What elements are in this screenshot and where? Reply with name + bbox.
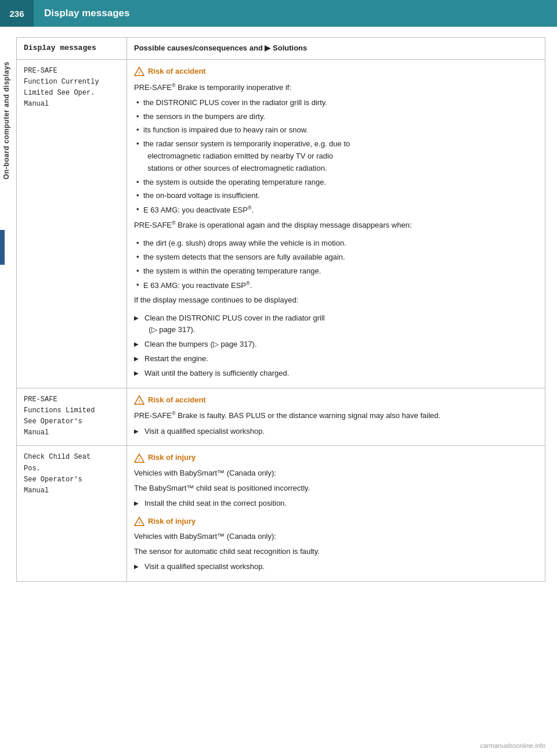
list-item: Clean the DISTRONIC PLUS cover in the ra… bbox=[134, 312, 538, 337]
injury-triangle-icon-2: ! bbox=[134, 516, 144, 527]
injury-2-intro: Vehicles with BabySmart™ (Canada only): bbox=[134, 531, 538, 543]
svg-text:!: ! bbox=[139, 457, 140, 462]
footer-watermark: carmanualssonline.info bbox=[480, 742, 545, 749]
display-message-3: Check Child SeatPos.See Operator'sManual bbox=[17, 446, 127, 581]
table-row: PRE-SAFEFunctions LimitedSee Operator'sM… bbox=[17, 388, 545, 446]
list-item: the system is within the operating tempe… bbox=[134, 265, 538, 278]
display-message-1: PRE-SAFEFunction CurrentlyLimited See Op… bbox=[17, 59, 127, 388]
injury-label-2: Risk of injury bbox=[148, 516, 196, 528]
warning-heading-1: ! Risk of accident bbox=[134, 66, 538, 78]
list-item: its function is impaired due to heavy ra… bbox=[134, 124, 538, 136]
action-list-3: Install the child seat in the correct po… bbox=[134, 498, 538, 510]
list-item: the system is outside the operating temp… bbox=[134, 177, 538, 189]
warning-label-1: Risk of accident bbox=[148, 66, 206, 78]
list-item: Restart the engine. bbox=[134, 353, 538, 365]
list-item: Wait until the battery is sufficiently c… bbox=[134, 368, 538, 380]
injury-heading-1: ! Risk of injury bbox=[134, 452, 538, 464]
list-item: Install the child seat in the correct po… bbox=[134, 498, 538, 510]
table-row: PRE-SAFEFunction CurrentlyLimited See Op… bbox=[17, 59, 545, 388]
injury-triangle-icon-1: ! bbox=[134, 453, 144, 463]
list-item: the sensors in the bumpers are dirty. bbox=[134, 111, 538, 123]
warning-triangle-icon: ! bbox=[134, 66, 144, 77]
list-item: Visit a qualified specialist workshop. bbox=[134, 561, 538, 573]
side-label: On-board computer and displays bbox=[2, 62, 10, 179]
table-row: Check Child SeatPos.See Operator'sManual… bbox=[17, 446, 545, 581]
list-item: the on-board voltage is insufficient. bbox=[134, 190, 538, 202]
svg-text:!: ! bbox=[139, 399, 140, 404]
injury-2-desc: The sensor for automatic child seat reco… bbox=[134, 546, 538, 558]
injury-1-desc: The BabySmart™ child seat is positioned … bbox=[134, 483, 538, 495]
list-item: E 63 AMG: you deactivate ESP®. bbox=[134, 204, 538, 217]
list-item: the dirt (e.g. slush) drops away while t… bbox=[134, 237, 538, 250]
list-item: the system detects that the sensors are … bbox=[134, 251, 538, 264]
col-header-display: Display messages bbox=[17, 38, 127, 60]
causes-2: ! Risk of accident PRE-SAFE® Brake is fa… bbox=[127, 388, 545, 446]
causes-1: ! Risk of accident PRE-SAFE® Brake is te… bbox=[127, 59, 545, 388]
injury-label-1: Risk of injury bbox=[148, 452, 196, 464]
header-bar: 236 Display messages bbox=[0, 0, 557, 27]
list-item: the radar sensor system is temporarily i… bbox=[134, 138, 538, 174]
header-title: Display messages bbox=[34, 8, 129, 19]
para-1-intro: PRE-SAFE® Brake is temporarily inoperati… bbox=[134, 81, 538, 94]
col-header-causes: Possible causes/consequences and ▶ Solut… bbox=[127, 38, 545, 60]
side-bar-accent bbox=[0, 230, 5, 265]
causes-3: ! Risk of injury Vehicles with BabySmart… bbox=[127, 446, 545, 581]
warning-triangle-icon-2: ! bbox=[134, 395, 144, 405]
page-number: 236 bbox=[0, 0, 34, 27]
action-list-1: Clean the DISTRONIC PLUS cover in the ra… bbox=[134, 312, 538, 380]
svg-text:!: ! bbox=[139, 70, 140, 75]
svg-text:!: ! bbox=[139, 520, 140, 525]
bullet-list-2: the dirt (e.g. slush) drops away while t… bbox=[134, 237, 538, 292]
side-label-container: On-board computer and displays bbox=[0, 27, 13, 756]
list-item: Clean the bumpers (▷ page 317). bbox=[134, 339, 538, 351]
bullet-list-1: the DISTRONIC PLUS cover in the radiator… bbox=[134, 97, 538, 217]
para-1-operational: PRE-SAFE® Brake is operational again and… bbox=[134, 219, 538, 232]
warning-heading-2: ! Risk of accident bbox=[134, 394, 538, 406]
display-message-2: PRE-SAFEFunctions LimitedSee Operator'sM… bbox=[17, 388, 127, 446]
list-item: E 63 AMG: you reactivate ESP®. bbox=[134, 279, 538, 292]
action-list-2: Visit a qualified specialist workshop. bbox=[134, 426, 538, 438]
injury-1-intro: Vehicles with BabySmart™ (Canada only): bbox=[134, 467, 538, 480]
content-table: Display messages Possible causes/consequ… bbox=[16, 37, 545, 582]
injury-heading-2: ! Risk of injury bbox=[134, 516, 538, 528]
list-item: the DISTRONIC PLUS cover in the radiator… bbox=[134, 97, 538, 109]
list-item: Visit a qualified specialist workshop. bbox=[134, 426, 538, 438]
para-1-continues: If the display message continues to be d… bbox=[134, 294, 538, 307]
page-wrapper: 236 Display messages On-board computer a… bbox=[0, 0, 557, 756]
action-list-4: Visit a qualified specialist workshop. bbox=[134, 561, 538, 573]
main-content: Display messages Possible causes/consequ… bbox=[16, 37, 545, 582]
para-2-desc: PRE-SAFE® Brake is faulty. BAS PLUS or t… bbox=[134, 409, 538, 422]
warning-label-2: Risk of accident bbox=[148, 394, 206, 406]
